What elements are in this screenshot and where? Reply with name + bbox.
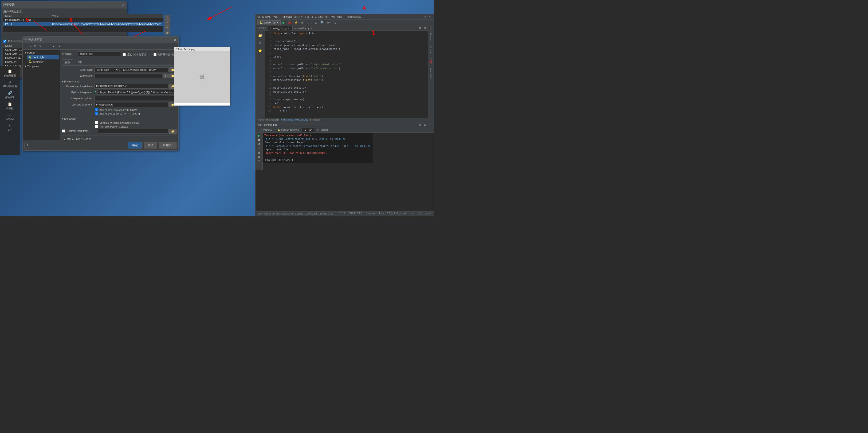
run-toolbar-down-btn[interactable]: ▼ [57, 44, 62, 48]
user-env-row-pythonunbuffered[interactable]: PYTHONUNBUFFERED 1 [3, 18, 163, 22]
tab-log[interactable]: 日志 [74, 60, 85, 65]
debug-btn[interactable]: 🐞 [287, 21, 292, 25]
user-env-edit-btn[interactable]: ✎ [164, 25, 170, 30]
ide-close-btn[interactable]: ✕ [428, 15, 432, 19]
ide-close-tab-btn[interactable]: ✕ [429, 26, 433, 30]
allow-parallel-checkbox[interactable] [153, 53, 157, 56]
run-toolbar-remove-btn[interactable]: − [29, 44, 32, 48]
parameters-add-btn[interactable]: + [163, 73, 168, 78]
tab-config[interactable]: 配置 [62, 60, 73, 65]
run-dialog-close-btn[interactable]: ✕ [174, 38, 177, 42]
tab-terminal[interactable]: ⬛ Terminal [256, 128, 275, 132]
run-config-selector[interactable]: 🐍 control_bot ▾ [257, 21, 281, 25]
tab-todo[interactable]: ☑ TODO [315, 128, 330, 132]
run-clear-btn[interactable]: 🗑 [257, 151, 260, 154]
run-btn[interactable]: ▶ [282, 21, 286, 25]
emulate-terminal-checkbox[interactable] [95, 121, 98, 124]
interpreter-options-input[interactable] [94, 96, 177, 101]
ide-minimize-btn[interactable]: − [418, 15, 422, 19]
user-env-add-btn[interactable]: + [164, 15, 170, 20]
coverage-btn[interactable]: ⚡ [293, 21, 299, 25]
sidebar-item-project[interactable]: 🖥 投影到此电脑 [1, 79, 19, 90]
run-toolbar-sort-btn[interactable]: ↕ [43, 44, 47, 48]
user-env-remove-btn[interactable]: − [164, 20, 170, 25]
tree-item-templates[interactable]: ▾ Templates [24, 64, 59, 68]
working-dir-input[interactable] [94, 102, 168, 107]
todo-side-tab[interactable]: TODO [429, 57, 432, 66]
run-toolbar-copy-btn[interactable]: ⧉ [33, 44, 37, 48]
env-dialog-close-btn[interactable]: ✕ [122, 3, 125, 7]
font-decrease-btn[interactable]: A- [333, 21, 338, 25]
scratches-consoles-link[interactable]: ♦ Scratches and Consoles [281, 119, 308, 122]
external-libs-link[interactable]: ▶ 外部库 [310, 119, 320, 122]
run-rerun-btn[interactable]: ↺ [258, 143, 260, 146]
sidebar-item-multitask[interactable]: 📋 多任务处理 [1, 68, 19, 79]
tab-python-console[interactable]: 🐍 Python Console [275, 128, 302, 132]
ide-bookmark-btn[interactable]: ⭐ [256, 47, 264, 54]
structure-side-tab[interactable]: Structure [429, 45, 432, 56]
run-apply-btn[interactable]: 应用(A) [159, 142, 177, 148]
ide-settings-tab-btn[interactable]: ⚙ [418, 26, 422, 30]
run-panel-minimize-btn[interactable]: − [428, 123, 432, 127]
tree-item-python[interactable]: ▾ Python [24, 51, 59, 55]
run-panel-settings-btn[interactable]: ⚙ [418, 123, 422, 127]
vcs-share-help-icon[interactable]: ? [148, 53, 150, 56]
ide-tab-control-bot[interactable]: control_bot.py ✕ [268, 26, 292, 31]
controller-tab-close[interactable]: ✕ [310, 27, 312, 30]
run-start-btn[interactable]: ▶ [257, 134, 260, 137]
sys-env-checkbox[interactable] [3, 40, 6, 43]
execution-section-header[interactable]: ▾ Execution [62, 117, 177, 120]
environment-section-header[interactable]: ▾ Environment [62, 80, 177, 83]
run-expand-btn[interactable]: ⊞ [258, 160, 260, 163]
run-panel-split-btn[interactable]: ⊞ [423, 123, 427, 127]
user-env-copy-btn[interactable]: ⧉ [164, 31, 170, 35]
tab-run[interactable]: ▶ Run [302, 128, 314, 132]
control-bot-tab-close[interactable]: ✕ [288, 27, 289, 30]
run-ok-btn[interactable]: 确定 [128, 142, 142, 148]
code-editor[interactable]: 1 from controller import Robot 2 3 robot… [265, 31, 428, 118]
ide-project-btn[interactable]: 📁 [256, 32, 264, 39]
sidebar-item-share[interactable]: 🔗 体验共享 [1, 90, 19, 101]
profile-btn[interactable]: ⏱ [300, 21, 305, 25]
tree-item-control-bot[interactable]: 🐍 control_bot [27, 55, 59, 60]
sidebar-item-clipboard[interactable]: 📋 剪贴板 [1, 101, 19, 111]
run-line-file1[interactable]: File "F://仿真\webots/control_bot.py", lin… [265, 137, 371, 141]
tree-item-controller[interactable]: 🐍 controller [27, 60, 59, 64]
env-vars-input[interactable] [94, 84, 168, 89]
database-side-tab[interactable]: Database [429, 32, 432, 44]
sidebar-item-remote[interactable]: 🖥 远程桌面 [1, 111, 19, 123]
ide-tab-controller[interactable]: controller.py ✕ [292, 26, 315, 31]
script-path-input[interactable] [120, 67, 168, 72]
ide-path-breadcrumb[interactable]: I_bot.py [255, 26, 268, 31]
run-python-console-checkbox[interactable] [95, 125, 98, 128]
user-env-row-path[interactable]: PATH D:\webots\lib\controller\.D:\webots… [3, 22, 163, 26]
font-increase-btn[interactable]: A+ [326, 21, 332, 25]
vcs-share-checkbox[interactable] [123, 53, 126, 56]
run-toolbar-up-btn[interactable]: ▲ [51, 44, 56, 48]
ide-structure-btn[interactable]: 🏗 [256, 39, 264, 47]
run-settings-side-btn[interactable]: ⚙ [257, 155, 260, 159]
script-path-type-select[interactable]: Script path [94, 67, 119, 72]
source-roots-checkbox[interactable] [95, 112, 98, 115]
ide-window-controls: − □ ✕ [418, 15, 432, 19]
run-cancel-btn[interactable]: 取消 [144, 142, 157, 148]
run-toolbar-edit-btn[interactable]: ✎ [38, 44, 42, 48]
search-btn[interactable]: 🔍 [319, 21, 325, 25]
run-name-input[interactable] [78, 52, 121, 56]
redirect-browse-btn[interactable]: 📁 [169, 129, 177, 134]
settings-btn[interactable]: ⚙ [314, 21, 318, 25]
redirect-input-field[interactable] [98, 129, 168, 134]
sidebar-item-about[interactable]: ℹ 关于 [1, 123, 19, 133]
concurrency-btn[interactable]: ≡ [306, 21, 310, 25]
content-roots-checkbox[interactable] [95, 108, 98, 111]
run-toolbar-add-btn[interactable]: + [25, 44, 28, 48]
run-scroll-down-btn[interactable]: ⬇ [258, 147, 260, 150]
ide-maximize-btn[interactable]: □ [423, 15, 427, 19]
run-stop-btn[interactable]: ⏹ [257, 138, 260, 142]
parameters-input[interactable] [94, 73, 162, 78]
redirect-input-checkbox[interactable] [62, 129, 65, 133]
word-book-side-tab[interactable]: Word Book [429, 67, 432, 80]
ide-split-btn[interactable]: ⊞ [423, 26, 428, 30]
run-help-btn[interactable]: ? [25, 142, 30, 148]
interpreter-select[interactable]: Project Default (Python 3.7 (yolov5_src)… [97, 90, 178, 95]
